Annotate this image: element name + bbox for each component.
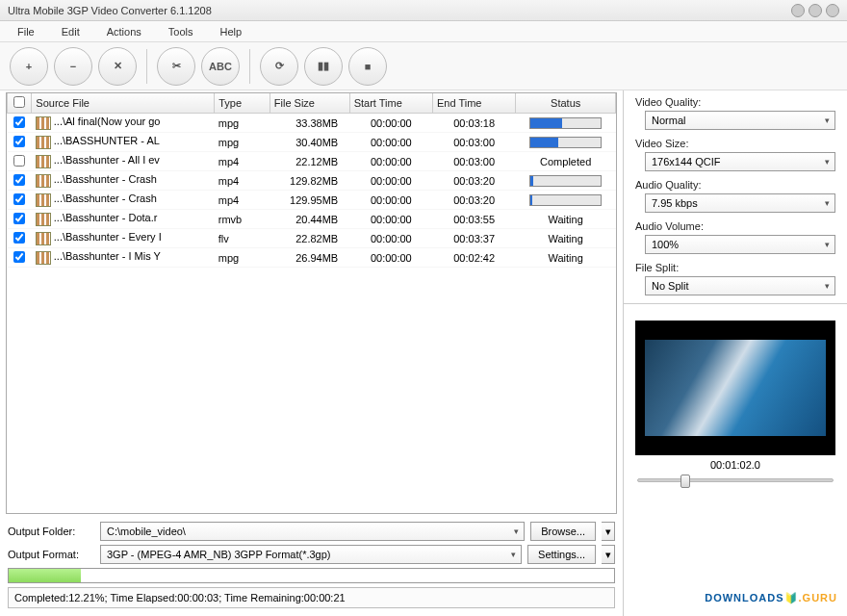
file-type: flv [215,229,270,248]
status-cell: Waiting [516,248,616,268]
file-name: ...\BASSHUNTER - AL [54,135,160,146]
window-title: Ultra Mobile 3GP Video Converter 6.1.120… [8,5,212,16]
stop-button[interactable]: ■ [348,47,387,86]
select-all-checkbox[interactable] [13,96,25,108]
menu-actions[interactable]: Actions [93,26,155,38]
col-status[interactable]: Status [516,93,616,114]
table-row[interactable]: ...\Basshunter - Crashmp4129.95MB00:00:0… [8,191,616,210]
row-status-text: Waiting [549,214,583,225]
preview-seek-slider[interactable] [637,478,834,482]
browse-dropdown[interactable]: ▾ [602,522,615,541]
row-checkbox[interactable] [13,251,25,263]
file-type: mp4 [215,191,270,210]
remove-button[interactable]: − [54,47,92,86]
video-size-label: Video Size: [635,138,835,149]
audio-quality-combo[interactable]: 7.95 kbps [645,193,835,213]
row-status-text: Waiting [549,252,583,264]
file-name: ...\Basshunter - Crash [54,173,157,185]
add-button[interactable]: + [10,47,48,86]
row-checkbox[interactable] [13,193,25,205]
row-checkbox[interactable] [13,136,25,147]
pause-button[interactable]: ▮▮ [304,47,343,86]
file-size: 22.12MB [270,152,349,171]
col-source[interactable]: Source File [32,93,215,114]
table-row[interactable]: ...\Basshunter - All I evmp422.12MB00:00… [8,152,616,171]
maximize-button[interactable] [808,4,822,17]
table-row[interactable]: ...\Al final(Now your gompg33.38MB00:00:… [8,114,616,133]
preview-video[interactable] [635,321,835,455]
browse-button[interactable]: Browse... [530,522,596,541]
video-file-icon [36,213,51,226]
abc-icon: ABC [209,61,232,72]
col-end[interactable]: End Time [433,93,516,114]
row-checkbox[interactable] [13,232,25,244]
stop-icon: ■ [365,61,372,72]
col-size[interactable]: File Size [270,93,349,114]
end-time: 00:03:20 [433,171,516,191]
settings-button[interactable]: Settings... [527,545,596,564]
output-format-combo[interactable]: 3GP - (MPEG-4 AMR_NB) 3GPP Format(*.3gp) [100,545,522,564]
preview-time: 00:01:02.0 [635,459,835,471]
col-type[interactable]: Type [215,93,270,114]
file-name: ...\Al final(Now your go [54,116,161,127]
video-size-combo[interactable]: 176x144 QCIF [645,152,835,171]
file-type: rmvb [215,210,270,229]
table-header-row: Source File Type File Size Start Time En… [8,93,616,114]
row-checkbox[interactable] [13,213,25,224]
status-cell [516,114,616,133]
output-format-label: Output Format: [8,549,94,560]
status-cell [516,171,616,191]
row-checkbox[interactable] [13,174,25,186]
start-time: 00:00:00 [349,210,432,229]
settings-dropdown[interactable]: ▾ [602,545,615,564]
row-progress [529,194,602,206]
menu-edit[interactable]: Edit [48,26,93,38]
video-file-icon [36,136,51,149]
refresh-button[interactable]: ⟳ [260,47,298,86]
cut-button[interactable]: ✂ [157,47,195,86]
clear-button[interactable]: ✕ [98,47,137,86]
table-row[interactable]: ...\Basshunter - Every Iflv22.82MB00:00:… [8,229,616,248]
right-pane: Video Quality: Normal Video Size: 176x14… [624,90,847,616]
status-cell: Waiting [516,229,616,248]
file-split-combo[interactable]: No Split [645,276,835,295]
rename-button[interactable]: ABC [201,47,240,86]
end-time: 00:03:20 [433,191,516,210]
table-row[interactable]: ...\Basshunter - Crashmp4129.82MB00:00:0… [8,171,616,191]
row-checkbox[interactable] [13,116,25,128]
table-row[interactable]: ...\Basshunter - I Mis Ympg26.94MB00:00:… [8,248,616,268]
close-button[interactable] [826,4,839,17]
chevron-down-icon: ▾ [605,549,611,561]
overall-progress [8,568,615,583]
file-name: ...\Basshunter - Dota.r [54,212,158,223]
start-time: 00:00:00 [349,114,432,133]
slider-thumb[interactable] [680,475,690,488]
minus-icon: − [70,61,76,72]
col-check[interactable] [8,93,32,114]
menu-bar: File Edit Actions Tools Help [0,21,847,42]
audio-volume-combo[interactable]: 100% [645,235,835,254]
menu-file[interactable]: File [4,26,48,38]
row-checkbox[interactable] [13,155,25,167]
toolbar: + − ✕ ✂ ABC ⟳ ▮▮ ■ [0,42,847,90]
video-file-icon [36,193,51,207]
video-file-icon [36,155,51,168]
minimize-button[interactable] [791,4,805,17]
toolbar-separator [146,49,147,84]
start-time: 00:00:00 [349,152,432,171]
table-row[interactable]: ...\Basshunter - Dota.rrmvb20.44MB00:00:… [8,210,616,229]
menu-tools[interactable]: Tools [155,26,207,38]
file-split-label: File Split: [635,262,835,273]
preview-frame [645,340,826,436]
menu-help[interactable]: Help [206,26,255,38]
x-icon: ✕ [114,60,122,72]
left-pane: Source File Type File Size Start Time En… [0,90,624,616]
video-quality-combo[interactable]: Normal [645,111,835,130]
audio-quality-label: Audio Quality: [635,179,835,191]
table-row[interactable]: ...\BASSHUNTER - ALmpg30.40MB00:00:0000:… [8,133,616,152]
status-cell [516,133,616,152]
output-folder-combo[interactable]: C:\mobile_video\ [100,522,525,541]
col-start[interactable]: Start Time [349,93,432,114]
panel-separator [624,303,847,307]
watermark: DOWNLOADS🔰.GURU [705,586,837,606]
